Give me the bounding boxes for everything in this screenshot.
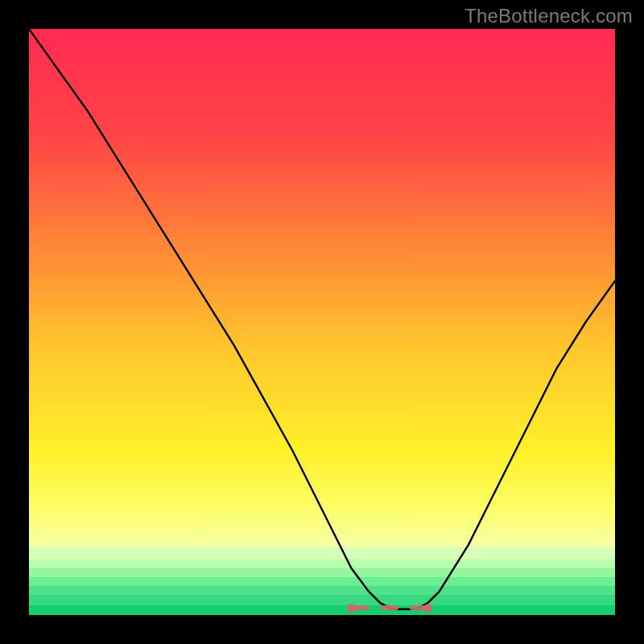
- optimal-zone-segment: [381, 605, 398, 610]
- optimal-zone-dot: [423, 604, 432, 613]
- chart-frame: TheBottleneck.com: [0, 0, 644, 644]
- watermark-text: TheBottleneck.com: [464, 5, 633, 27]
- optimal-zone-dot: [347, 604, 356, 613]
- plot-area: [29, 29, 615, 615]
- bottleneck-curve: [29, 29, 615, 615]
